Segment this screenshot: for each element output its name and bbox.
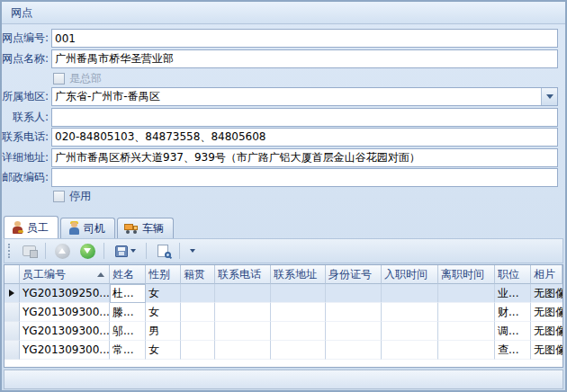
cell-id-number[interactable] [326,341,382,360]
cell-address[interactable] [271,341,326,360]
cell-phone[interactable] [215,341,271,360]
cell-position[interactable]: 业... [495,284,531,303]
cell-position[interactable]: 调... [495,322,531,341]
cell-position[interactable]: 查... [495,341,531,360]
cell-gender[interactable]: 女 [146,341,181,360]
cell-address[interactable] [271,303,326,322]
cell-gender[interactable]: 男 [146,322,181,341]
column-header-native-place[interactable]: 籍贯 [181,265,215,284]
cell-employee-id[interactable]: YG201309300... [20,341,110,360]
table-row[interactable]: YG201309250... 杜... 女 业... 无图像 [4,284,562,303]
cell-address[interactable] [271,284,326,303]
column-header-gender[interactable]: 性别 [146,265,181,284]
chevron-down-icon [546,94,554,99]
is-headquarters-checkbox[interactable] [53,73,65,85]
tab-employees-label: 员工 [27,220,49,236]
cell-phone[interactable] [215,322,271,341]
save-button[interactable] [110,241,140,261]
employee-icon [11,221,23,234]
move-up-button[interactable] [51,241,73,261]
cell-id-number[interactable] [326,303,382,322]
cell-photo[interactable]: 无图像 [531,284,562,303]
row-indicator-cell [4,322,20,341]
cell-name[interactable]: 滕... [110,303,146,322]
toolbar-overflow-button[interactable] [185,241,200,261]
postal-code-label: 邮政编码: [2,170,51,185]
cell-photo[interactable]: 无图像 [531,341,562,360]
cell-name[interactable]: 邬... [110,322,146,341]
cell-gender[interactable]: 女 [146,284,181,303]
cell-leave-date[interactable] [438,322,495,341]
column-header-leave-date[interactable]: 离职时间 [438,265,495,284]
table-row[interactable]: YG201309300... 滕... 女 财... 无图像 [4,303,562,322]
grid-footer-panel [4,370,563,389]
region-dropdown-button[interactable] [541,88,557,105]
branch-code-input[interactable] [51,29,558,48]
cell-position[interactable]: 财... [495,303,531,322]
contact-person-input[interactable] [51,108,558,127]
cell-hire-date[interactable] [382,303,438,322]
print-preview-button[interactable] [152,241,174,261]
move-down-button[interactable] [76,241,98,261]
column-header-employee-id[interactable]: 员工编号 [20,265,110,284]
print-preview-icon [158,245,168,257]
current-row-indicator-cell [4,284,20,303]
detail-tabstrip: 员工 司机 车辆 [4,216,176,238]
disabled-checkbox[interactable] [53,191,65,202]
tab-drivers-label: 司机 [84,221,105,236]
cell-id-number[interactable] [326,322,382,341]
table-row[interactable]: YG201309300... 邬... 男 调... 无图像 [4,322,562,341]
contact-phone-label: 联系电话: [2,129,51,145]
column-header-position[interactable]: 职位 [495,265,531,284]
cell-id-number[interactable] [326,284,382,303]
cell-native-place[interactable] [181,284,215,303]
cell-photo[interactable]: 无图像 [531,303,562,322]
tab-vehicles[interactable]: 车辆 [117,218,174,238]
contact-phone-input[interactable] [51,128,558,147]
cell-employee-id[interactable]: YG201309300... [20,303,110,322]
tab-vehicles-label: 车辆 [142,221,164,236]
sort-ascending-icon [97,272,104,277]
column-header-name[interactable]: 姓名 [110,265,146,284]
row-indicator-cell [4,341,20,360]
cell-native-place[interactable] [181,341,215,360]
current-row-arrow-icon [9,290,14,297]
branch-code-row: 网点编号: [2,29,565,48]
table-row[interactable]: YG201309300... 常... 女 查... 无图像 [4,341,562,360]
cell-employee-id[interactable]: YG201309250... [20,284,110,303]
cell-phone[interactable] [215,284,271,303]
cell-leave-date[interactable] [438,341,495,360]
cell-name[interactable]: 杜... [110,284,146,303]
cell-address[interactable] [271,322,326,341]
address-input[interactable] [51,148,558,167]
cell-gender[interactable]: 女 [146,303,181,322]
toolbar-grip-handle[interactable] [8,244,11,258]
grid-toolbar [4,238,563,263]
cell-name[interactable]: 常... [110,341,146,360]
cell-leave-date[interactable] [438,284,495,303]
column-header-phone[interactable]: 联系电话 [215,265,271,284]
cell-phone[interactable] [215,303,271,322]
cell-native-place[interactable] [181,322,215,341]
disabled-label: 停用 [69,189,91,204]
cell-hire-date[interactable] [382,322,438,341]
detail-view-button[interactable] [18,241,40,261]
column-header-hire-date[interactable]: 入职时间 [382,265,438,284]
cell-hire-date[interactable] [382,284,438,303]
postal-code-input[interactable] [51,168,558,187]
cell-employee-id[interactable]: YG201309300... [20,322,110,341]
cell-hire-date[interactable] [382,341,438,360]
column-header-id-number[interactable]: 身份证号 [326,265,382,284]
column-header-photo[interactable]: 相片 [531,265,562,284]
toolbar-separator [146,243,147,259]
cell-native-place[interactable] [181,303,215,322]
cell-photo[interactable]: 无图像 [531,322,562,341]
column-header-address[interactable]: 联系地址 [271,265,326,284]
tab-employees[interactable]: 员工 [4,216,58,238]
branch-window: 网点 网点编号: 网点名称: 是总部 所属地区: 联系人: 联系电话: 详细地址… [0,0,567,392]
cell-leave-date[interactable] [438,303,495,322]
branch-name-input[interactable] [51,49,558,68]
contact-phone-row: 联系电话: [2,128,565,147]
tab-drivers[interactable]: 司机 [60,218,115,238]
region-input[interactable] [51,87,558,106]
